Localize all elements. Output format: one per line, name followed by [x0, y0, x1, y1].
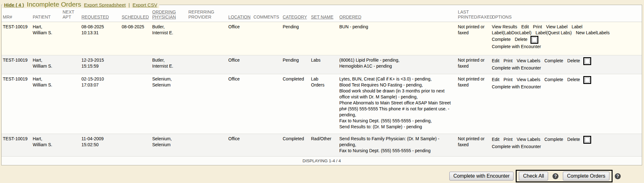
cell-scheduled [120, 134, 151, 157]
cell-options: EditPrintView LabelsCompleteDeleteComple… [491, 74, 642, 134]
cell-last-printed-faxed: Not printed or faxed [457, 55, 491, 74]
order-checkbox[interactable] [583, 57, 591, 65]
complete-orders-button[interactable]: Complete Orders [563, 172, 609, 180]
column-header-options: OPTIONS [491, 5, 642, 22]
edit-link[interactable]: Edit [521, 24, 529, 29]
delete-link[interactable]: Delete [515, 37, 527, 42]
complete-with-encounter-button[interactable]: Complete with Encounter [449, 172, 514, 180]
complete-link[interactable]: Complete [492, 37, 511, 42]
column-header-ordered[interactable]: ORDERED [338, 5, 457, 22]
pagination-status: DISPLAYING 1-4 / 4 [2, 157, 642, 165]
complete-with-encounter-link[interactable]: Complete with Encounter [492, 65, 541, 70]
options-line: EditPrintView LabelsCompleteDelete [492, 76, 641, 84]
cell-location: Office [227, 22, 252, 55]
cell-ordered: Lytes, BUN, Creat (Call if K+ is <3.0) -… [338, 74, 457, 134]
delete-link[interactable]: Delete [567, 58, 580, 63]
checkbox-box [532, 37, 537, 42]
cell-next-apt [61, 74, 80, 134]
label-labdoclabel-link[interactable]: Label(LabDocLabel) [492, 30, 531, 35]
cell-comments [252, 55, 281, 74]
options-line: Label(LabDocLabel)Label(Quest Labs)New L… [492, 30, 641, 36]
complete-link[interactable]: Complete [544, 58, 563, 63]
options-line: View ResultsEditPrintView LabelLabel [492, 24, 641, 30]
options-line: Complete with Encounter [492, 44, 641, 50]
cell-set-name [310, 22, 338, 55]
label-link[interactable]: Label [572, 24, 582, 29]
cell-requested: 12-23-201515:15:59 [80, 55, 120, 74]
order-checkbox[interactable] [530, 36, 538, 44]
cell-ordering-physician: Selenium,Selenium [151, 134, 187, 157]
cell-last-printed-faxed: Not printed or faxed [457, 74, 491, 134]
edit-link[interactable]: Edit [492, 137, 499, 142]
column-header-referring-provider: REFERRINGPROVIDER [187, 5, 227, 22]
complete-with-encounter-link[interactable]: Complete with Encounter [492, 84, 541, 89]
complete-with-encounter-link[interactable]: Complete with Encounter [492, 144, 541, 149]
complete-link[interactable]: Complete [544, 77, 563, 82]
cell-referring-provider [187, 74, 227, 134]
new-label-link[interactable]: New Label [576, 30, 597, 35]
cell-scheduled: 08-08-2025 [120, 22, 151, 55]
view-label-link[interactable]: View Label [546, 24, 568, 29]
cell-category: Pending [281, 55, 310, 74]
order-checkbox[interactable] [583, 136, 591, 144]
column-header-location[interactable]: LOCATION [227, 5, 252, 22]
cell-location: Office [227, 74, 252, 134]
edit-link[interactable]: Edit [492, 58, 499, 63]
cell-set-name: Rad/Other [310, 134, 338, 157]
print-link[interactable]: Print [503, 58, 513, 63]
print-link[interactable]: Print [533, 24, 542, 29]
cell-last-printed-faxed: Not printed or faxed [457, 22, 491, 55]
delete-link[interactable]: Delete [567, 77, 580, 82]
help-icon[interactable]: ? [615, 173, 621, 179]
view-labels-link[interactable]: View Labels [517, 77, 540, 82]
cell-ordering-physician: Selenium,Selenium [151, 74, 187, 134]
print-link[interactable]: Print [503, 137, 513, 142]
cell-next-apt [61, 134, 80, 157]
table-row: TEST-10019Hart,William S.12-23-201515:15… [2, 55, 642, 74]
export-csv-link[interactable]: Export CSV [133, 2, 157, 8]
cell-requested: 02-15-201017:03:07 [80, 74, 120, 134]
view-labels-link[interactable]: View Labels [517, 137, 540, 142]
cell-requested: 11-04-200915:02:50 [80, 134, 120, 157]
check-all-button[interactable]: Check All [519, 172, 548, 180]
delete-link[interactable]: Delete [567, 137, 580, 142]
complete-link[interactable]: Complete [544, 137, 563, 142]
view-labels-link[interactable]: View Labels [517, 58, 540, 63]
cell-next-apt [61, 55, 80, 74]
cell-referring-provider [187, 134, 227, 157]
table-row: TEST-10019Hart,William S.11-04-200915:02… [2, 134, 642, 157]
cell-set-name: LabOrders [310, 74, 338, 134]
cell-last-printed-faxed: Not printed or faxed [457, 134, 491, 157]
edit-link[interactable]: Edit [492, 77, 499, 82]
highlighted-action-group: Check All ? Complete Orders [516, 170, 613, 182]
cell-options: EditPrintView LabelsCompleteDeleteComple… [491, 134, 642, 157]
export-spreadsheet-link[interactable]: Export Spreadsheet [84, 2, 126, 8]
options-line: EditPrintView LabelsCompleteDelete [492, 57, 641, 65]
help-icon[interactable]: ? [552, 173, 558, 179]
cell-scheduled [120, 55, 151, 74]
cell-referring-provider [187, 55, 227, 74]
cell-next-apt [61, 22, 80, 55]
print-link[interactable]: Print [503, 77, 513, 82]
cell-mr: TEST-10019 [2, 22, 31, 55]
cell-ordering-physician: Butler,Internist E. [151, 22, 187, 55]
view-results-link[interactable]: View Results [492, 24, 517, 29]
options-line: EditPrintView LabelsCompleteDelete [492, 136, 641, 144]
order-checkbox[interactable] [583, 76, 591, 84]
label-quest-labs-link[interactable]: Label(Quest Labs) [536, 30, 572, 35]
complete-with-encounter-link[interactable]: Complete with Encounter [492, 44, 541, 49]
cell-comments [252, 22, 281, 55]
cell-patient: Hart,William S. [31, 74, 61, 134]
cell-comments [252, 134, 281, 157]
table-row: TEST-10019Hart,William S.02-15-201017:03… [2, 74, 642, 134]
labels-link[interactable]: Labels [597, 30, 609, 35]
cell-patient: Hart,William S. [31, 134, 61, 157]
cell-ordering-physician: Butler,Internist E. [151, 55, 187, 74]
column-header-category[interactable]: CATEGORY [281, 5, 310, 22]
cell-location: Office [227, 134, 252, 157]
hide-link[interactable]: Hide ( 4 ) [4, 2, 24, 8]
options-line: Complete with Encounter [492, 65, 641, 71]
column-header-set-name[interactable]: SET NAME [310, 5, 338, 22]
cell-scheduled [120, 74, 151, 134]
panel-legend: Hide ( 4 ) Incomplete Orders Export Spre… [2, 1, 159, 8]
